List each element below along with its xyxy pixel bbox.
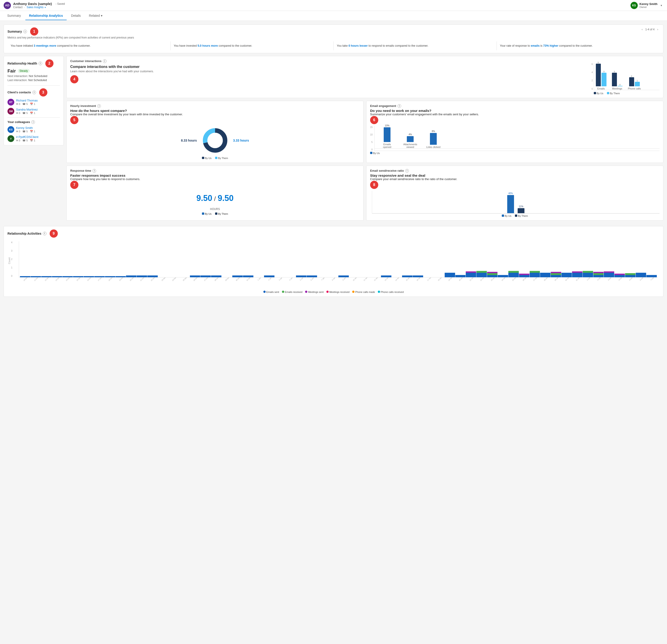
ppdf-emails: ✉ 3 <box>16 139 20 142</box>
summary-card-0: You have initiated 3 meetings more compa… <box>7 42 170 50</box>
hi-heading: How do the hours spent compare? <box>70 109 360 113</box>
right-col: Customer interactions i Compare interact… <box>66 56 663 221</box>
ra-bar-50 <box>551 272 561 277</box>
contact-sandra-stats: ✉ 3 ☎ 5 📅 1 <box>16 112 38 115</box>
ra-bar-seg <box>62 276 73 277</box>
ra-bar-seg <box>116 276 126 277</box>
ra-bar-51 <box>562 273 572 277</box>
ee-info-icon[interactable]: i <box>397 104 401 108</box>
ee-bar-opened: 10% Emails opened <box>379 125 395 148</box>
contact-richard-stats: ✉ 3 ☎ 5 📅 1 <box>16 103 38 105</box>
summary-card-3: Your rate of response to emails is 73% h… <box>497 42 660 50</box>
ra-bar-seg <box>296 276 306 277</box>
colleague-ppdf-name[interactable]: # PpdfCDSClient <box>16 135 38 138</box>
rt-them-value: 9.50 <box>217 194 233 203</box>
hourly-investment-panel: Hourly investment i How do the hours spe… <box>66 101 363 163</box>
ppdf-calls: ☎ 5 <box>22 139 28 142</box>
colleague-kenny-name[interactable]: Kenny Smith <box>16 126 35 130</box>
your-colleagues: Your colleagues i KS Kenny Smith ✉ 3 ☎ 5… <box>7 120 60 142</box>
colleagues-info-icon[interactable]: i <box>31 120 35 124</box>
summary-panel: Summary i 1 Metrics and key performance … <box>4 24 663 53</box>
ra-bar-seg <box>211 276 222 277</box>
ee-heading: Do you need to work on your emails? <box>370 109 660 113</box>
rt-separator: / <box>214 195 216 202</box>
ee-bar-links: 8% Links clicked <box>425 130 441 148</box>
ra-bar-seg <box>476 273 487 277</box>
ra-bar-37 <box>413 276 423 277</box>
email-sendreceive-panel: Email send/receive ratio i Stay responsi… <box>366 166 663 221</box>
ra-bar-46 <box>508 271 519 277</box>
ra-bar-seg <box>137 276 147 277</box>
contact-sandra-name[interactable]: Sandra Martinez <box>16 108 38 111</box>
hi-us-dot <box>202 157 204 159</box>
ra-bar-5 <box>73 276 83 277</box>
pagination-prev-icon[interactable]: ‹ <box>640 28 644 32</box>
ra-bar-seg <box>614 275 625 277</box>
ra-bar-seg <box>508 271 519 273</box>
rt-info-icon[interactable]: i <box>93 169 96 172</box>
ra-bar-20 <box>232 276 243 277</box>
richard-meetings: 📅 1 <box>30 103 35 105</box>
ra-bar-53 <box>583 271 593 277</box>
ra-bar-seg <box>190 276 200 277</box>
steady-badge: Steady <box>18 69 30 73</box>
tab-summary[interactable]: Summary <box>4 12 25 20</box>
ra-bar-49 <box>540 273 551 277</box>
ra-bar-seg <box>562 273 572 277</box>
clients-info-icon[interactable]: i <box>32 90 36 94</box>
tab-related[interactable]: Related ▾ <box>85 12 106 20</box>
last-interaction: Last interaction: Not Scheduled <box>7 79 60 82</box>
ra-bar-seg <box>105 276 115 277</box>
ee-legend: By Us <box>370 152 660 154</box>
ci-them-legend-dot <box>607 92 609 94</box>
contact-richard-name[interactable]: Richard Thomas <box>16 99 38 102</box>
badge-3: 3 <box>39 88 47 97</box>
left-col: Relationship Health i 2 Fair Steady Next… <box>4 56 64 221</box>
ee-desc: Summarize your customers' email engageme… <box>370 113 660 116</box>
ci-phone-us-bar <box>629 77 634 86</box>
ci-left: Compare interactions with the customer L… <box>70 63 588 83</box>
pagination-next-icon[interactable]: › <box>656 28 660 32</box>
esr-info-icon[interactable]: i <box>405 169 409 172</box>
ra-bar-seg <box>646 275 657 277</box>
hi-info-icon[interactable]: i <box>97 104 101 108</box>
relationship-health-title: Relationship Health i 2 <box>7 59 60 67</box>
ci-us-legend-dot <box>594 92 596 94</box>
related-chevron-icon: ▾ <box>101 14 102 17</box>
ee-bar-attach-bar <box>407 136 413 142</box>
colleague-kenny-avatar: KS <box>7 126 14 133</box>
sandra-meetings: 📅 1 <box>30 112 35 115</box>
ra-legend-calls-made-dot <box>352 291 355 293</box>
ci-email-them-bar <box>602 73 606 86</box>
relationship-health: Relationship Health i 2 Fair Steady Next… <box>7 59 60 82</box>
divider-2 <box>7 117 60 118</box>
response-numbers: 9.50 / 9.50 <box>70 194 360 203</box>
ra-bar-34 <box>381 276 391 277</box>
tab-details[interactable]: Details <box>67 12 84 20</box>
tab-relationship-analytics[interactable]: Relationship Analytics <box>26 12 67 20</box>
ra-bar-seg <box>636 273 646 277</box>
ra-bar-seg <box>52 276 62 277</box>
ra-legend-meetings-sent-dot <box>305 291 307 293</box>
esr-heading: Stay responsive and seal the deal <box>370 174 660 177</box>
ra-bar-seg <box>583 273 593 277</box>
ci-email-label: Emails <box>598 87 605 90</box>
summary-subtitle: Metrics and key performance indicators (… <box>7 36 134 39</box>
header-chevron-icon[interactable]: ▾ <box>659 3 663 7</box>
ra-bar-58 <box>636 273 646 277</box>
summary-info-icon[interactable]: i <box>23 30 27 33</box>
ra-bar-seg <box>625 275 635 277</box>
health-info-icon[interactable]: i <box>38 62 42 65</box>
ra-bar-9 <box>116 276 126 277</box>
ra-bars: 43210 (function() { const colors = ['#15… <box>19 241 658 278</box>
esr-bar-them: 11% <box>518 205 524 213</box>
sales-insights-link[interactable]: Sales Insights <box>27 6 44 9</box>
ra-bar-seg <box>487 273 498 275</box>
ra-bar-seg <box>625 273 635 275</box>
ra-bar-2 <box>41 276 52 277</box>
esr-y-axis <box>370 191 371 213</box>
ci-info-icon[interactable]: i <box>103 59 107 63</box>
ra-info-icon[interactable]: i <box>43 232 47 235</box>
ra-chart-container: Count 43210 (function() { const colors =… <box>7 241 660 289</box>
ra-bar-seg <box>20 276 30 277</box>
